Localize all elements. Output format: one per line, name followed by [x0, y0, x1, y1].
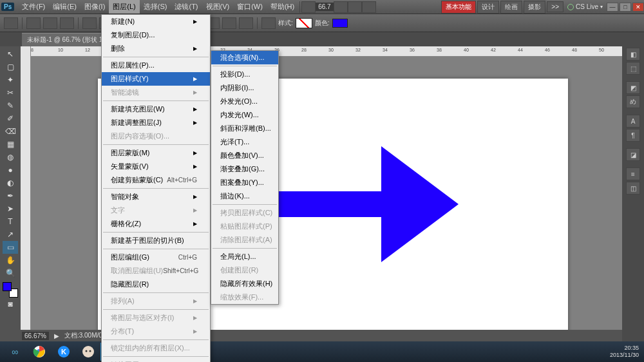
tool-6[interactable]: ⌫: [3, 125, 18, 138]
tool-5[interactable]: ✐: [3, 112, 18, 125]
color-picker[interactable]: [3, 282, 18, 298]
workspace-photography[interactable]: 摄影: [524, 1, 545, 14]
rect-icon[interactable]: [82, 17, 97, 29]
minimize-button[interactable]: —: [607, 3, 618, 12]
menu-item[interactable]: 智能对象▶: [102, 190, 210, 204]
menu-item[interactable]: 复制图层(D)...: [102, 28, 210, 42]
panel-icon-0[interactable]: ◧: [626, 48, 640, 61]
tool-13[interactable]: T: [3, 215, 18, 228]
paths-icon[interactable]: [43, 17, 57, 29]
tool-8[interactable]: ◍: [3, 151, 18, 164]
menu-item[interactable]: 描边(K)...: [211, 189, 278, 203]
menu-help[interactable]: 帮助(H): [267, 0, 298, 14]
screen-mode-icon[interactable]: [301, 1, 316, 13]
status-zoom[interactable]: 66.67%: [22, 332, 49, 340]
tool-17[interactable]: 🔍: [3, 267, 18, 280]
menu-item[interactable]: 全局光(L)...: [211, 250, 278, 263]
tool-0[interactable]: ↖: [3, 48, 18, 61]
close-button[interactable]: ✕: [632, 3, 644, 12]
menu-item[interactable]: 光泽(T)...: [211, 135, 278, 149]
panel-icon-7[interactable]: ≡: [626, 167, 640, 180]
panel-icon-3[interactable]: め: [626, 95, 640, 108]
tool-11[interactable]: ✒: [3, 189, 18, 202]
menu-item[interactable]: 图层样式(Y)▶: [102, 72, 210, 86]
style-swatch[interactable]: [296, 18, 312, 28]
menu-item[interactable]: 图层编组(G)Ctrl+G: [102, 251, 210, 264]
intersect-icon[interactable]: [222, 17, 236, 29]
ruler-tick: 30: [328, 48, 334, 52]
menu-item[interactable]: 外发光(O)...: [211, 95, 278, 108]
tool-4[interactable]: ✎: [3, 99, 18, 112]
menu-window[interactable]: 窗口(W): [233, 0, 267, 14]
workspace-design[interactable]: 设计: [477, 1, 499, 14]
panel-icon-5[interactable]: ¶: [626, 129, 640, 142]
maximize-button[interactable]: □: [620, 3, 631, 12]
hand-icon[interactable]: [334, 1, 348, 13]
tool-9[interactable]: ●: [3, 164, 18, 176]
shape-tool-preset-icon[interactable]: [4, 17, 18, 29]
menu-edit[interactable]: 编辑(E): [49, 0, 80, 14]
tool-15[interactable]: ▭: [3, 241, 18, 254]
style-icon[interactable]: [261, 17, 276, 29]
menu-filter[interactable]: 滤镜(T): [171, 0, 202, 14]
workspace-more[interactable]: >>: [547, 1, 564, 12]
menu-item[interactable]: 隐藏所有效果(H): [211, 277, 278, 291]
panel-icon-1[interactable]: ⬚: [626, 62, 640, 75]
tool-3[interactable]: ✂: [3, 86, 18, 99]
menu-item[interactable]: 图案叠加(Y)...: [211, 176, 278, 189]
tool-12[interactable]: ➤: [3, 202, 18, 215]
menu-item[interactable]: 矢量蒙版(V)▶: [102, 160, 210, 173]
menu-item[interactable]: 图层蒙版(M)▶: [102, 146, 210, 160]
taskbar-app-icon[interactable]: ∞: [3, 343, 27, 361]
menu-item[interactable]: 隐藏图层(R): [102, 278, 210, 291]
menu-image[interactable]: 图像(I): [80, 0, 109, 14]
panel-icon-2[interactable]: ◩: [626, 81, 640, 94]
menu-item[interactable]: 新建填充图层(W)▶: [102, 102, 210, 116]
tool-14[interactable]: ↗: [3, 228, 18, 241]
menu-item[interactable]: 删除▶: [102, 42, 210, 55]
menu-select[interactable]: 选择(S): [140, 0, 171, 14]
taskbar-clock[interactable]: 20:35 2013/11/30: [610, 345, 644, 359]
menu-item[interactable]: 内阴影(I)...: [211, 81, 278, 95]
zoom-icon[interactable]: [348, 1, 362, 13]
panel-icon-6[interactable]: ◪: [626, 148, 640, 161]
color-swatch[interactable]: [332, 19, 348, 28]
menu-file[interactable]: 文件(F): [18, 0, 49, 14]
ruler-tick: 42: [491, 48, 496, 52]
menu-item[interactable]: 渐变叠加(G)...: [211, 162, 278, 176]
menu-item[interactable]: 新建调整图层(J)▶: [102, 116, 210, 129]
menu-item[interactable]: 创建剪贴蒙版(C)Alt+Ctrl+G: [102, 173, 210, 187]
tool-7[interactable]: ▦: [3, 138, 18, 151]
taskbar-kugou-icon[interactable]: K: [52, 343, 76, 361]
fill-pixels-icon[interactable]: [60, 17, 74, 29]
menu-item[interactable]: 内发光(W)...: [211, 108, 278, 122]
menu-item[interactable]: 投影(D)...: [211, 68, 278, 81]
exclude-icon[interactable]: [239, 17, 253, 29]
menu-item[interactable]: 混合选项(N)...: [211, 51, 278, 64]
workspace-painting[interactable]: 绘画: [500, 1, 522, 14]
menu-view[interactable]: 视图(V): [202, 0, 234, 14]
tool-1[interactable]: ▢: [3, 61, 18, 73]
menu-item[interactable]: 图层属性(P)...: [102, 59, 210, 72]
tool-10[interactable]: ◐: [3, 176, 18, 189]
workspace-essentials[interactable]: 基本功能: [441, 1, 476, 14]
menu-item[interactable]: 新建基于图层的切片(B): [102, 234, 210, 247]
menu-item: 链接图层(K): [102, 358, 210, 362]
toolbox: ↖▢✦✂✎✐⌫▦◍●◐✒➤T↗▭✋🔍◙: [0, 46, 21, 341]
taskbar-app2-icon[interactable]: [76, 343, 100, 361]
tool-2[interactable]: ✦: [3, 73, 18, 86]
menu-layer[interactable]: 图层(L): [109, 0, 139, 14]
taskbar-chrome-icon[interactable]: [27, 343, 52, 361]
arrange-icon[interactable]: [362, 1, 376, 13]
zoom-field[interactable]: 66.7: [316, 3, 333, 11]
cs-live[interactable]: CS Live ▾: [567, 3, 603, 10]
tool-16[interactable]: ✋: [3, 254, 18, 267]
panel-icon-8[interactable]: ◫: [626, 182, 640, 195]
menu-item[interactable]: 栅格化(Z)▶: [102, 217, 210, 231]
menu-item[interactable]: 新建(N)▶: [102, 15, 210, 28]
menu-item[interactable]: 斜面和浮雕(B)...: [211, 122, 278, 135]
menu-item[interactable]: 颜色叠加(V)...: [211, 149, 278, 162]
quick-mask-icon[interactable]: ◙: [3, 298, 18, 310]
shape-layers-icon[interactable]: [26, 17, 41, 29]
panel-icon-4[interactable]: A: [626, 115, 640, 128]
